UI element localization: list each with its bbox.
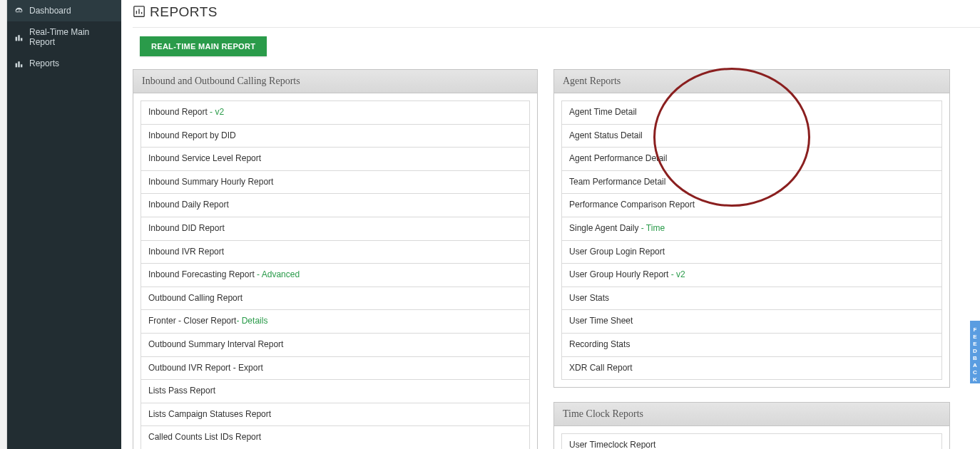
list-item[interactable]: Fronter - Closer Report- Details: [141, 310, 529, 334]
list-item[interactable]: Inbound Service Level Report: [141, 148, 529, 171]
list-item-label: Inbound Service Level Report: [148, 153, 261, 163]
sidebar-item-label: Reports: [29, 58, 59, 68]
sidebar-item-reports[interactable]: Reports: [7, 53, 121, 74]
list-item[interactable]: XDR Call Report: [562, 357, 941, 381]
list-item[interactable]: Outbound Summary Interval Report: [141, 334, 529, 357]
svg-rect-0: [16, 36, 17, 41]
list-item-label: Inbound Forecasting Report: [148, 269, 255, 279]
list-item-label: Inbound Daily Report: [148, 200, 229, 210]
list-item-label: XDR Call Report: [569, 363, 633, 373]
list-item-label: User Timeclock Report: [569, 440, 655, 449]
list-item-suffix: - Details: [236, 316, 267, 326]
svg-rect-5: [21, 64, 22, 67]
list-item[interactable]: Inbound Report - v2: [141, 101, 529, 125]
list-item-label: Agent Time Detail: [569, 107, 637, 117]
list-item[interactable]: Recording Stats: [562, 334, 941, 357]
dashboard-icon: [14, 6, 24, 16]
list-item[interactable]: Performance Comparison Report: [562, 194, 941, 217]
sidebar-nav: Dashboard Real-Time Main Report Reports: [7, 0, 121, 449]
list-item[interactable]: Inbound Forecasting Report - Advanced: [141, 264, 529, 287]
panel-agent-reports: Agent Reports Agent Time DetailAgent Sta…: [553, 69, 950, 388]
list-item[interactable]: User Group Login Report: [562, 241, 941, 264]
list-item[interactable]: Agent Time Detail: [562, 101, 941, 125]
list-item[interactable]: User Stats: [562, 287, 941, 311]
list-item[interactable]: User Group Hourly Report - v2: [562, 264, 941, 287]
list-item-label: User Group Hourly Report: [569, 269, 668, 279]
sidebar-item-label: Dashboard: [29, 6, 71, 16]
svg-rect-4: [18, 61, 19, 67]
list-item[interactable]: Agent Status Detail: [562, 125, 941, 148]
list-item-label: Fronter - Closer Report: [148, 316, 236, 326]
list-item-label: Inbound DID Report: [148, 223, 225, 233]
list-item-label: Inbound Report by DID: [148, 130, 236, 140]
realtime-main-report-button[interactable]: REAL-TIME MAIN REPORT: [140, 36, 267, 56]
list-item[interactable]: Single Agent Daily - Time: [562, 217, 941, 241]
list-item-suffix: - v2: [668, 269, 685, 279]
sidebar-item-dashboard[interactable]: Dashboard: [7, 0, 121, 21]
panel-header: Agent Reports: [554, 70, 949, 93]
panel-timeclock-reports: Time Clock Reports User Timeclock Report…: [553, 402, 950, 449]
svg-rect-1: [18, 35, 19, 41]
list-item-label: Recording Stats: [569, 339, 630, 349]
list-item-label: Inbound Report: [148, 107, 208, 117]
list-item[interactable]: Outbound Calling Report: [141, 287, 529, 311]
sidebar-item-label: Real-Time Main Report: [29, 27, 114, 47]
list-item[interactable]: Called Counts List IDs Report: [141, 426, 529, 449]
list-item[interactable]: Inbound Report by DID: [141, 125, 529, 148]
list-item[interactable]: User Timeclock Report: [562, 434, 941, 449]
ruler-edge: [0, 0, 7, 449]
list-item-label: Lists Campaign Statuses Report: [148, 409, 271, 419]
list-item-suffix: - Time: [638, 223, 665, 233]
list-item-label: User Stats: [569, 293, 609, 303]
bar-chart-icon: [14, 59, 24, 68]
panel-header: Time Clock Reports: [554, 403, 949, 426]
list-item-label: Outbound IVR Report - Export: [148, 363, 263, 373]
bar-chart-icon: [133, 5, 146, 20]
list-item[interactable]: Team Performance Detail: [562, 171, 941, 195]
list-item[interactable]: Agent Performance Detail: [562, 148, 941, 171]
list-item[interactable]: Lists Pass Report: [141, 380, 529, 403]
list-item-label: Outbound Summary Interval Report: [148, 339, 283, 349]
panel-inbound-outbound: Inbound and Outbound Calling Reports Inb…: [133, 69, 538, 449]
feedback-tab[interactable]: FEEDBACK: [970, 321, 980, 383]
list-item[interactable]: Inbound Daily Report: [141, 194, 529, 217]
list-item-suffix: - v2: [208, 107, 224, 117]
list-item-label: Single Agent Daily: [569, 223, 638, 233]
list-item[interactable]: User Time Sheet: [562, 310, 941, 334]
list-item-label: Team Performance Detail: [569, 177, 665, 187]
panel-header: Inbound and Outbound Calling Reports: [133, 70, 537, 93]
list-item[interactable]: Inbound Summary Hourly Report: [141, 171, 529, 195]
main-content: REPORTS REAL-TIME MAIN REPORT Inbound an…: [121, 0, 980, 449]
list-item[interactable]: Outbound IVR Report - Export: [141, 357, 529, 381]
list-item-label: Performance Comparison Report: [569, 200, 695, 210]
list-item-label: Called Counts List IDs Report: [148, 432, 261, 442]
list-item-label: Lists Pass Report: [148, 386, 215, 396]
svg-rect-2: [21, 38, 22, 41]
sidebar-item-realtime[interactable]: Real-Time Main Report: [7, 21, 121, 53]
list-item-label: Agent Status Detail: [569, 130, 643, 140]
bar-chart-icon: [14, 33, 24, 42]
page-title: REPORTS: [150, 4, 218, 20]
list-item[interactable]: Lists Campaign Statuses Report: [141, 403, 529, 427]
page-title-row: REPORTS: [133, 4, 980, 20]
list-item-label: Agent Performance Detail: [569, 153, 667, 163]
list-item-label: Inbound Summary Hourly Report: [148, 177, 273, 187]
list-item-label: Inbound IVR Report: [148, 247, 224, 257]
list-item[interactable]: Inbound DID Report: [141, 217, 529, 241]
svg-rect-3: [16, 63, 17, 67]
list-item-label: User Time Sheet: [569, 316, 633, 326]
list-item-suffix: - Advanced: [255, 269, 300, 279]
list-item-label: User Group Login Report: [569, 247, 665, 257]
list-item-label: Outbound Calling Report: [148, 293, 243, 303]
list-item[interactable]: Inbound IVR Report: [141, 241, 529, 264]
